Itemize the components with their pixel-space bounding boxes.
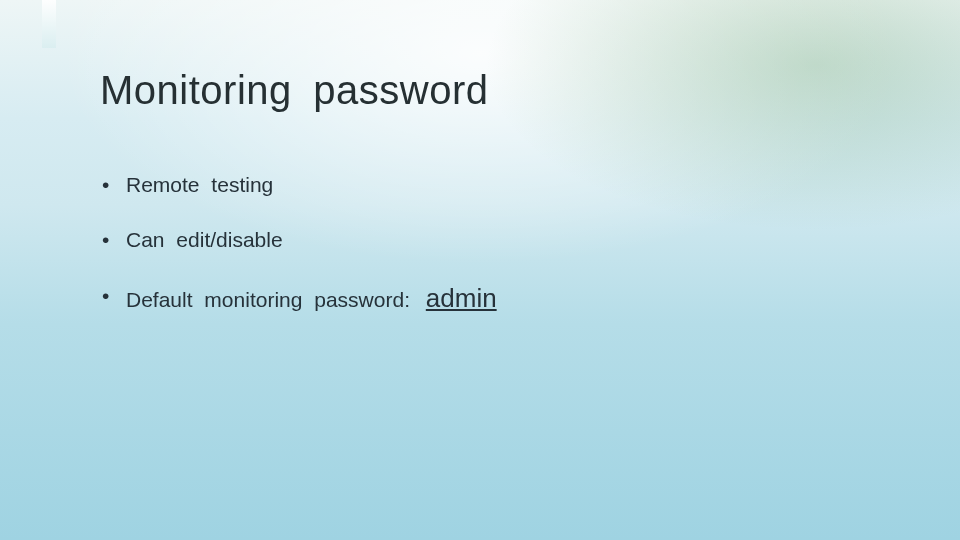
bullet-text: Default monitoring password: xyxy=(126,288,410,311)
bullet-list: Remote testing Can edit/disable Default … xyxy=(100,171,880,315)
list-item: Default monitoring password: admin xyxy=(100,282,880,316)
slide-title: Monitoring password xyxy=(100,68,880,113)
bullet-text: Can edit/disable xyxy=(126,228,283,251)
slide-content: Monitoring password Remote testing Can e… xyxy=(100,68,880,343)
slide: Monitoring password Remote testing Can e… xyxy=(0,0,960,540)
list-item: Can edit/disable xyxy=(100,226,880,253)
bullet-text: Remote testing xyxy=(126,173,273,196)
accent-bar xyxy=(42,0,56,48)
bullet-emphasis: admin xyxy=(426,283,497,313)
list-item: Remote testing xyxy=(100,171,880,198)
